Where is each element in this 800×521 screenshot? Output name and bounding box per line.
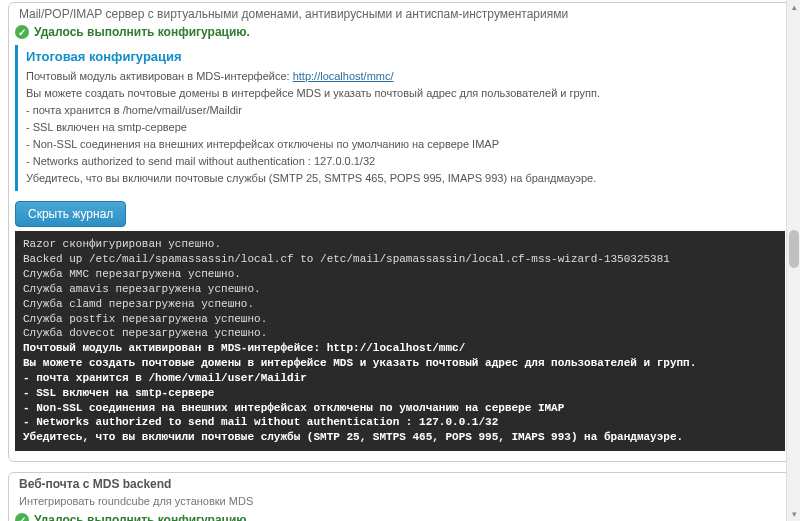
hide-log-button[interactable]: Скрыть журнал: [15, 201, 126, 227]
config-line: Почтовый модуль активирован в MDS-интерф…: [26, 68, 777, 85]
log-line: - почта хранится в /home/vmail/user/Mail…: [23, 372, 307, 384]
panel-title: Веб-почта с MDS backend: [9, 473, 791, 493]
log-line: Служба clamd перезагружена успешно.: [23, 298, 254, 310]
log-line: Служба MMC перезагружена успешно.: [23, 268, 241, 280]
config-line: Вы можете создать почтовые домены в инте…: [26, 85, 777, 102]
panel-subtitle: Интегрировать roundcube для установки MD…: [9, 493, 791, 511]
check-icon: ✓: [15, 513, 29, 521]
text: Почтовый модуль активирован в MDS-интерф…: [26, 70, 293, 82]
scroll-up-icon[interactable]: ▴: [787, 0, 800, 14]
panel-title: Mail/POP/IMAP сервер с виртуальными доме…: [9, 3, 791, 23]
config-line: - SSL включен на smtp-сервере: [26, 119, 777, 136]
config-line: Убедитесь, что вы включили почтовые служ…: [26, 170, 777, 187]
config-line: - Networks authorized to send mail witho…: [26, 153, 777, 170]
config-line: - Non-SSL соединения на внешних интерфей…: [26, 136, 777, 153]
success-row: ✓ Удалось выполнить конфигурацию.: [9, 511, 791, 521]
success-text: Удалось выполнить конфигурацию.: [34, 513, 250, 521]
log-line: Служба dovecot перезагружена успешно.: [23, 327, 267, 339]
log-terminal: Razor сконфигурирован успешно. Backed up…: [15, 231, 785, 451]
log-line: Служба amavis перезагружена успешно.: [23, 283, 261, 295]
page-scrollbar[interactable]: ▴ ▾: [786, 0, 800, 521]
check-icon: ✓: [15, 25, 29, 39]
config-heading: Итоговая конфигурация: [26, 49, 777, 68]
config-line: - почта хранится в /home/vmail/user/Mail…: [26, 102, 777, 119]
scrollbar-thumb[interactable]: [789, 230, 799, 268]
final-config-block: Итоговая конфигурация Почтовый модуль ак…: [15, 45, 785, 191]
log-line: - SSL включен на smtp-сервере: [23, 387, 214, 399]
mail-server-panel: Mail/POP/IMAP сервер с виртуальными доме…: [8, 2, 792, 462]
success-row: ✓ Удалось выполнить конфигурацию.: [9, 23, 791, 43]
log-line: Служба postfix перезагружена успешно.: [23, 313, 267, 325]
log-line: Razor сконфигурирован успешно.: [23, 238, 221, 250]
log-line: Вы можете создать почтовые домены в инте…: [23, 357, 696, 369]
webmail-panel: Веб-почта с MDS backend Интегрировать ro…: [8, 472, 792, 521]
mmc-link[interactable]: http://localhost/mmc/: [293, 70, 394, 82]
log-line: Убедитесь, что вы включили почтовые служ…: [23, 431, 683, 443]
log-line: Backed up /etc/mail/spamassassin/local.c…: [23, 253, 670, 265]
scroll-down-icon[interactable]: ▾: [787, 507, 800, 521]
log-line: Почтовый модуль активирован в MDS-интерф…: [23, 342, 465, 354]
log-line: - Non-SSL соединения на внешних интерфей…: [23, 402, 564, 414]
log-line: - Networks authorized to send mail witho…: [23, 416, 498, 428]
success-text: Удалось выполнить конфигурацию.: [34, 25, 250, 39]
